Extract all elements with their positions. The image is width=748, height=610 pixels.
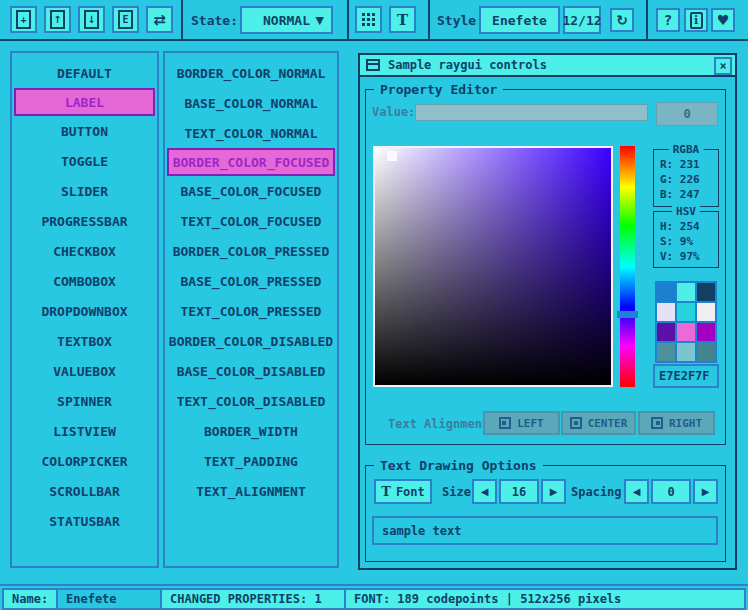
- controls-item-colorpicker[interactable]: COLORPICKER: [12, 446, 157, 476]
- hex-value: E7E2F7F: [659, 369, 710, 383]
- size-increase-button[interactable]: ▶: [541, 479, 566, 504]
- color-swatch[interactable]: [697, 303, 715, 321]
- rguistyler-app: + ↑ ↓ E ⇄ State: NORMAL ▼ T Style: E: [0, 0, 748, 610]
- arrow-left-icon: ◀: [481, 486, 489, 497]
- property-item[interactable]: BORDER_COLOR_PRESSED: [165, 236, 337, 266]
- rgba-title: RGBA: [669, 143, 704, 156]
- property-item[interactable]: TEXT_ALIGNMENT: [165, 476, 337, 506]
- spacing-value-box[interactable]: 0: [651, 479, 691, 504]
- sample-text-input[interactable]: sample text: [372, 516, 718, 545]
- rgba-r-value: R: 231: [660, 157, 718, 172]
- property-item[interactable]: TEXT_COLOR_PRESSED: [165, 296, 337, 326]
- color-picker-panel[interactable]: [373, 146, 613, 387]
- status-name-input[interactable]: Enefete: [56, 588, 162, 610]
- file-new-icon: +: [16, 10, 31, 29]
- rgba-b-value: B: 247: [660, 187, 718, 202]
- file-export-icon: E: [118, 10, 133, 29]
- value-slider[interactable]: [415, 104, 648, 121]
- property-item[interactable]: TEXT_COLOR_FOCUSED: [165, 206, 337, 236]
- spacing-increase-button[interactable]: ▶: [693, 479, 718, 504]
- controls-item-progressbar[interactable]: PROGRESSBAR: [12, 206, 157, 236]
- color-swatch[interactable]: [657, 323, 675, 341]
- color-swatch[interactable]: [657, 283, 675, 301]
- controls-item-slider[interactable]: SLIDER: [12, 176, 157, 206]
- property-item-selected[interactable]: BORDER_COLOR_FOCUSED: [167, 148, 335, 176]
- help-button[interactable]: ?: [656, 8, 680, 32]
- hsv-title: HSV: [672, 205, 700, 218]
- sample-controls-window: Sample raygui controls × Property Editor…: [358, 53, 737, 570]
- color-swatch[interactable]: [697, 323, 715, 341]
- state-dropdown[interactable]: NORMAL ▼: [240, 6, 333, 34]
- controls-item-toggle[interactable]: TOGGLE: [12, 146, 157, 176]
- color-picker-marker[interactable]: [387, 151, 397, 161]
- font-button[interactable]: T Font: [374, 479, 432, 504]
- color-swatch[interactable]: [677, 323, 695, 341]
- status-font-info: FONT: 189 codepoints | 512x256 pixels: [344, 588, 746, 610]
- about-button[interactable]: i: [684, 8, 708, 32]
- property-item[interactable]: BORDER_WIDTH: [165, 416, 337, 446]
- hue-bar[interactable]: [620, 146, 635, 387]
- value-box[interactable]: 0: [656, 102, 718, 126]
- controls-item-button[interactable]: BUTTON: [12, 116, 157, 146]
- spacing-decrease-button[interactable]: ◀: [624, 479, 649, 504]
- color-swatch[interactable]: [657, 303, 675, 321]
- property-item[interactable]: BORDER_COLOR_NORMAL: [165, 58, 337, 88]
- controls-item-valuebox[interactable]: VALUEBOX: [12, 356, 157, 386]
- hex-value-input[interactable]: E7E2F7F: [653, 364, 719, 388]
- controls-item-combobox[interactable]: COMBOBOX: [12, 266, 157, 296]
- new-style-button[interactable]: +: [10, 6, 37, 33]
- property-item[interactable]: TEXT_PADDING: [165, 446, 337, 476]
- controls-item-listview[interactable]: LISTVIEW: [12, 416, 157, 446]
- property-item[interactable]: TEXT_COLOR_DISABLED: [165, 386, 337, 416]
- style-counter-value: 12/12: [562, 13, 601, 28]
- controls-item-statusbar[interactable]: STATUSBAR: [12, 506, 157, 536]
- color-swatch[interactable]: [677, 343, 695, 361]
- reload-style-button[interactable]: ↻: [610, 8, 634, 32]
- controls-item-spinner[interactable]: SPINNER: [12, 386, 157, 416]
- toolbar-divider: [428, 0, 430, 39]
- close-icon: ×: [719, 59, 726, 73]
- text-drawing-title: Text Drawing Options: [374, 458, 543, 473]
- file-save-icon: ↓: [84, 10, 99, 29]
- controls-table-button[interactable]: [355, 6, 382, 33]
- open-style-button[interactable]: ↑: [44, 6, 71, 33]
- controls-item-textbox[interactable]: TEXTBOX: [12, 326, 157, 356]
- text-alignment-label: Text Alignment:: [388, 417, 496, 431]
- controls-item-dropdownbox[interactable]: DROPDOWNBOX: [12, 296, 157, 326]
- property-item[interactable]: BASE_COLOR_DISABLED: [165, 356, 337, 386]
- property-item[interactable]: TEXT_COLOR_NORMAL: [165, 118, 337, 148]
- toolbar-divider: [347, 0, 349, 39]
- align-right-button[interactable]: RIGHT: [638, 411, 715, 435]
- sponsor-button[interactable]: ♥: [711, 8, 735, 32]
- align-left-button[interactable]: LEFT: [483, 411, 560, 435]
- export-style-button[interactable]: E: [112, 6, 139, 33]
- controls-item-checkbox[interactable]: CHECKBOX: [12, 236, 157, 266]
- color-swatch[interactable]: [677, 303, 695, 321]
- controls-list: DEFAULT LABEL BUTTON TOGGLE SLIDER PROGR…: [10, 51, 159, 568]
- rgba-g-value: G: 226: [660, 172, 718, 187]
- window-titlebar[interactable]: Sample raygui controls ×: [360, 55, 735, 77]
- property-item[interactable]: BASE_COLOR_NORMAL: [165, 88, 337, 118]
- hue-slider-handle[interactable]: [617, 311, 638, 318]
- window-close-button[interactable]: ×: [714, 57, 732, 75]
- controls-item-scrollbar[interactable]: SCROLLBAR: [12, 476, 157, 506]
- color-swatch[interactable]: [677, 283, 695, 301]
- chevron-down-icon: ▼: [316, 14, 324, 27]
- property-item[interactable]: BORDER_COLOR_DISABLED: [165, 326, 337, 356]
- color-swatch[interactable]: [657, 343, 675, 361]
- style-name-box[interactable]: Enefete: [479, 6, 560, 34]
- property-item[interactable]: BASE_COLOR_FOCUSED: [165, 176, 337, 206]
- color-swatch[interactable]: [697, 283, 715, 301]
- size-decrease-button[interactable]: ◀: [472, 479, 497, 504]
- save-style-button[interactable]: ↓: [78, 6, 105, 33]
- size-value-box[interactable]: 16: [499, 479, 539, 504]
- controls-item-default[interactable]: DEFAULT: [12, 58, 157, 88]
- font-editor-button[interactable]: T: [389, 6, 416, 33]
- controls-item-label[interactable]: LABEL: [14, 88, 155, 116]
- window-title: Sample raygui controls: [388, 58, 547, 72]
- align-center-button[interactable]: CENTER: [561, 411, 636, 435]
- color-swatch[interactable]: [697, 343, 715, 361]
- random-style-button[interactable]: ⇄: [146, 6, 173, 33]
- property-item[interactable]: BASE_COLOR_PRESSED: [165, 266, 337, 296]
- rgba-group: RGBA R: 231 G: 226 B: 247: [653, 149, 719, 207]
